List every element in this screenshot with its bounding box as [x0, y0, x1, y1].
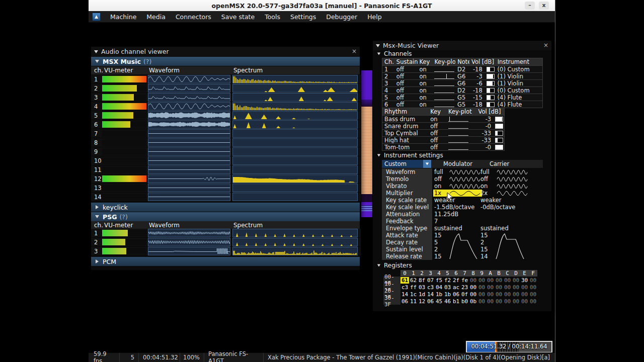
table-cell: Key-plot [446, 108, 476, 115]
table-cell: 3 [382, 80, 394, 86]
register-value: 2f [452, 277, 460, 284]
spectrum-cell [232, 75, 358, 83]
table-cell: -0 [476, 123, 493, 129]
waveform-plot [148, 193, 230, 201]
instrument-mod-value: sustained [434, 225, 462, 232]
table-cell: Bass drum [382, 116, 428, 122]
waveform-plot [148, 148, 230, 155]
channels-row: 1offonD2-18(0) Custom [382, 65, 542, 72]
section-instrument-settings[interactable]: Instrument settings [377, 152, 443, 159]
register-value: 1b [443, 291, 452, 298]
collapse-icon[interactable] [376, 44, 380, 47]
table-cell: Snare drum [382, 123, 428, 129]
menu-item-settings[interactable]: Settings [285, 11, 321, 22]
instrument-setting-label: Attenuation [384, 211, 432, 218]
register-value: 00 [503, 298, 512, 305]
instrument-preset-dropdown[interactable]: Custom [382, 160, 431, 168]
collapse-icon[interactable] [94, 50, 98, 53]
spectrum-plot [233, 75, 357, 83]
menu-item-tools[interactable]: Tools [260, 11, 285, 22]
register-value: 23 [460, 284, 469, 291]
spectrum-cell [232, 174, 358, 183]
audio-channel-row: 3 [91, 93, 361, 102]
menu-item-connectors[interactable]: Connectors [171, 11, 216, 22]
section-pcm[interactable]: PCM [91, 257, 360, 266]
section-registers[interactable]: Registers [377, 262, 412, 269]
key-plot-tick [449, 117, 450, 121]
pcm-label: PCM [103, 258, 116, 265]
register-value: 11 [409, 298, 418, 305]
status-bar: 59.9 fps 5 00:04:51.32 100% Panasonic FS… [89, 352, 555, 362]
table-cell: G6 [455, 80, 469, 86]
close-icon[interactable]: × [542, 42, 549, 49]
menu-item-media[interactable]: Media [141, 11, 171, 22]
waveform-cell [148, 102, 230, 111]
menu-item-machine[interactable]: Machine [105, 11, 141, 22]
vu-meter [102, 139, 146, 146]
volume-bar-fill [496, 117, 502, 121]
section-msx-music[interactable]: MSX Music (?) [91, 57, 360, 66]
table-cell [485, 94, 496, 101]
msx-viewer-titlebar[interactable]: Msx-Music Viewer × [373, 41, 551, 50]
minimize-button[interactable]: – [525, 2, 535, 10]
close-button[interactable]: x [539, 2, 549, 10]
table-cell: off [394, 94, 418, 101]
menu-item-help[interactable]: Help [362, 11, 387, 22]
channels-row: 3offonG6-6(1) Violin [382, 79, 542, 86]
help-hint[interactable]: (?) [119, 213, 127, 221]
waveform-plot [148, 175, 230, 183]
register-value: 00 [512, 291, 520, 298]
channel-number: 5 [94, 112, 98, 119]
waveform-cell [148, 193, 230, 201]
channel-number: 14 [94, 194, 102, 201]
table-cell: on [418, 80, 433, 86]
instrument-car-value: 14 [480, 253, 488, 260]
table-cell [432, 94, 455, 101]
table-cell: G5 [455, 101, 469, 108]
table-cell [446, 144, 476, 150]
table-cell: -15 [469, 94, 485, 101]
channels-table: Ch.SustainKeyKey-plotNoteVol [dB]Instrum… [382, 58, 543, 108]
volume-bar [495, 124, 503, 129]
register-value: 00 [529, 284, 537, 291]
register-col-header: 4 [435, 270, 443, 277]
waveform-cell [148, 247, 230, 255]
volume-bar [495, 131, 503, 136]
chevron-down-icon [377, 53, 380, 55]
openmsx-logo-icon[interactable]: ▲ [92, 13, 101, 21]
vu-meter [102, 130, 146, 137]
table-cell: -18 [469, 101, 485, 108]
sine-wave-icon [449, 169, 480, 175]
table-cell: 2 [382, 73, 394, 79]
dropdown-arrow-icon[interactable] [423, 160, 431, 168]
spectrum-cell [232, 193, 358, 201]
section-keyclick[interactable]: keyclick [91, 203, 360, 212]
menu-item-save-state[interactable]: Save state [216, 11, 260, 22]
sine-wave-icon [497, 190, 528, 197]
vu-meter [102, 112, 146, 119]
channel-number: 3 [94, 94, 98, 101]
vu-meter [102, 94, 146, 101]
register-value: 00 [477, 284, 486, 291]
register-col-header: E [520, 270, 529, 277]
section-psg[interactable]: PSG (?) [91, 212, 360, 221]
table-cell: (0) Custom [496, 87, 542, 94]
media-progress-bar[interactable]: 00:04:51.32 / 00:14:11.64 [466, 341, 552, 353]
table-cell: -3 [476, 116, 493, 122]
vu-meter-fill [102, 239, 125, 245]
volume-bar [487, 81, 495, 86]
help-hint[interactable]: (?) [143, 58, 151, 65]
title-bar[interactable]: openMSX 20.0-577-ga3d7fa03a [manuel] - P… [89, 0, 555, 11]
waveform-plot [148, 75, 230, 83]
registers-row: 30-3F061112064546b1b00b00000000000000 [383, 298, 537, 305]
register-value: 03 [443, 284, 452, 291]
close-icon[interactable]: × [351, 48, 358, 55]
psg-column-header: ch. VU-meter Waveform Spectrum [91, 221, 360, 229]
section-channels[interactable]: Channels [377, 50, 412, 57]
audio-viewer-titlebar[interactable]: Audio channel viewer × [91, 47, 360, 56]
register-col-header: 1 [409, 270, 418, 277]
register-value: 00 [495, 298, 503, 305]
menu-item-debugger[interactable]: Debugger [321, 11, 362, 22]
register-value: 00 [529, 298, 537, 305]
table-cell [446, 137, 476, 143]
